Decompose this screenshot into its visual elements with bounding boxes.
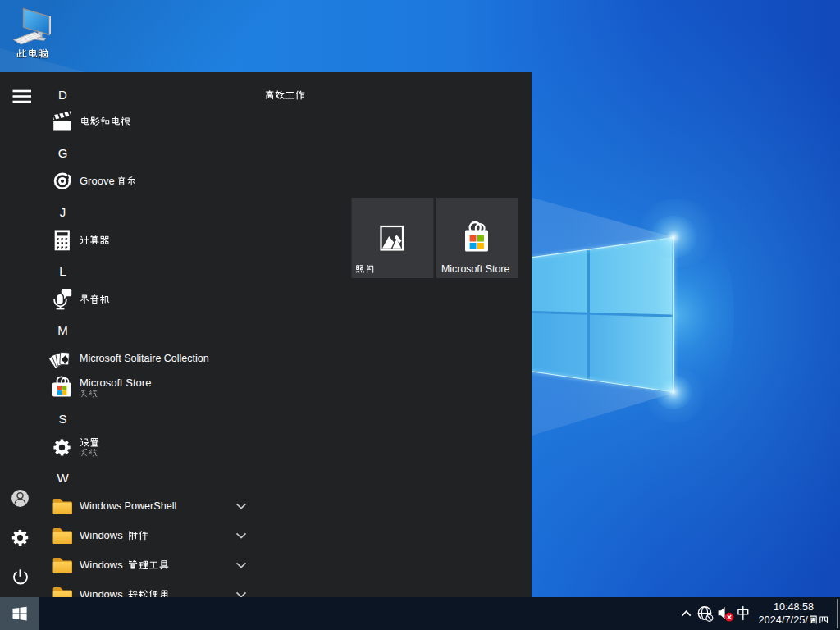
svg-text:2024/7/25/: 2024/7/25/ xyxy=(758,614,808,626)
svg-text:D: D xyxy=(58,88,67,102)
svg-text:Microsoft Solitaire Collection: Microsoft Solitaire Collection xyxy=(80,353,209,364)
svg-text:Microsoft Store: Microsoft Store xyxy=(80,377,151,389)
svg-text:Windows PowerShell: Windows PowerShell xyxy=(80,500,176,512)
svg-text:J: J xyxy=(60,205,66,219)
svg-text:W: W xyxy=(57,471,69,485)
svg-text:M: M xyxy=(57,323,68,337)
svg-text:Groove: Groove xyxy=(80,175,115,187)
svg-text:Windows: Windows xyxy=(80,559,123,571)
svg-text:Windows: Windows xyxy=(80,529,123,541)
svg-text:S: S xyxy=(58,412,66,426)
svg-text:10:48:58: 10:48:58 xyxy=(774,601,814,613)
svg-text:Microsoft Store: Microsoft Store xyxy=(441,263,509,275)
svg-text:L: L xyxy=(59,264,66,278)
svg-text:G: G xyxy=(58,146,68,160)
